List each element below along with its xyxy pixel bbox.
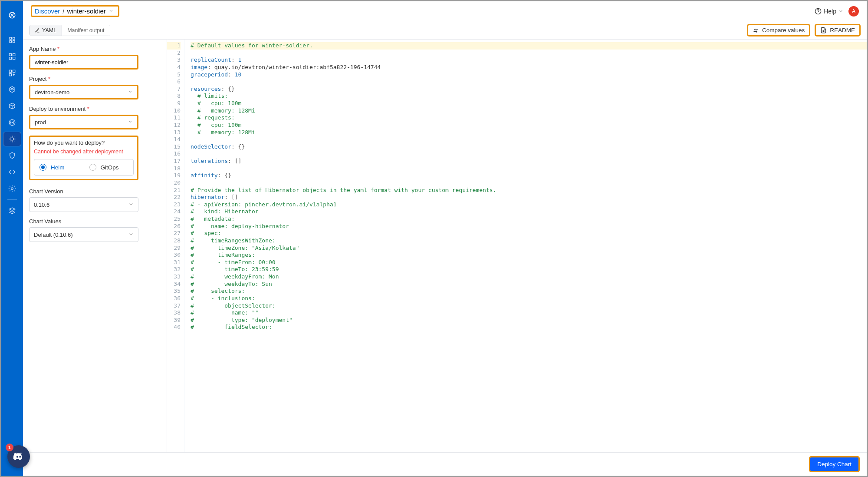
chart-version-select[interactable]: 0.10.6: [29, 197, 138, 212]
nav-plus-grid-icon[interactable]: [3, 66, 21, 80]
nav-settings-icon[interactable]: [3, 181, 21, 196]
nav-chart-store-icon[interactable]: [3, 132, 21, 146]
view-mode-tabs: YAML Manifest output: [29, 25, 110, 36]
app-name-label: App Name *: [29, 46, 159, 52]
help-menu[interactable]: Help: [815, 8, 843, 15]
deploy-method-group: How do you want to deploy? Cannot be cha…: [29, 136, 138, 180]
line-gutter: 1234567891011121314151617181920212223242…: [167, 40, 184, 452]
chart-values-select[interactable]: Default (0.10.6): [29, 227, 138, 242]
breadcrumb-root[interactable]: Discover: [35, 7, 60, 15]
svg-rect-4: [13, 41, 15, 43]
discord-widget[interactable]: 1: [7, 445, 30, 468]
project-label: Project *: [29, 76, 159, 82]
yaml-editor[interactable]: 1234567891011121314151617181920212223242…: [167, 40, 867, 452]
svg-rect-3: [10, 41, 12, 43]
readme-button[interactable]: README: [815, 24, 861, 36]
chart-values-label: Chart Values: [29, 218, 159, 225]
svg-rect-11: [9, 74, 11, 76]
svg-point-15: [11, 138, 13, 140]
document-icon: [820, 27, 827, 33]
chevron-down-icon: [128, 202, 134, 208]
svg-point-16: [11, 188, 13, 190]
tab-yaml[interactable]: YAML: [30, 25, 62, 36]
nav-apps-icon[interactable]: [3, 33, 21, 47]
form-panel: App Name * Project * devtron-demo Deploy…: [23, 40, 167, 452]
nav-cube-icon[interactable]: [3, 99, 21, 113]
chevron-down-icon[interactable]: [108, 7, 114, 15]
deploy-method-gitops[interactable]: GitOps: [84, 159, 134, 175]
svg-rect-10: [13, 70, 15, 72]
svg-rect-6: [13, 53, 15, 56]
nav-shield-icon[interactable]: [3, 148, 21, 163]
deploy-method-warning: Cannot be changed after deployment: [34, 149, 134, 155]
footer: Deploy Chart: [23, 452, 867, 476]
header: Discover / winter-soldier Help A: [23, 1, 867, 21]
sidebar: 1: [1, 1, 23, 476]
tab-manifest-output[interactable]: Manifest output: [62, 25, 109, 36]
svg-rect-5: [9, 53, 11, 56]
svg-rect-7: [9, 57, 11, 60]
compare-values-button[interactable]: Compare values: [747, 24, 810, 36]
environment-label: Deploy to environment *: [29, 106, 159, 112]
svg-rect-2: [13, 37, 15, 40]
discord-badge: 1: [6, 444, 13, 451]
toolbar: YAML Manifest output Compare values READ…: [23, 21, 867, 40]
svg-point-14: [12, 122, 13, 123]
project-select[interactable]: devtron-demo: [29, 85, 138, 99]
chevron-down-icon: [128, 232, 134, 238]
nav-code-icon[interactable]: [3, 165, 21, 179]
svg-point-13: [10, 121, 14, 124]
breadcrumb-current: winter-soldier: [67, 7, 106, 15]
code-body[interactable]: # Default values for winter-soldier. rep…: [184, 40, 867, 452]
deploy-method-label: How do you want to deploy?: [34, 139, 134, 146]
svg-rect-1: [10, 37, 12, 40]
nav-grid-icon[interactable]: [3, 49, 21, 64]
radio-icon: [89, 164, 96, 171]
nav-cluster-icon[interactable]: [3, 82, 21, 97]
chevron-down-icon: [128, 89, 133, 96]
nav-target-icon[interactable]: [3, 115, 21, 130]
chevron-down-icon: [128, 119, 133, 126]
svg-point-12: [9, 119, 15, 126]
content: App Name * Project * devtron-demo Deploy…: [23, 40, 867, 452]
main: Discover / winter-soldier Help A YAML: [23, 1, 867, 476]
breadcrumb[interactable]: Discover / winter-soldier: [31, 5, 119, 17]
chart-version-label: Chart Version: [29, 188, 159, 195]
app-name-input[interactable]: [29, 55, 138, 70]
avatar[interactable]: A: [848, 6, 859, 17]
nav-stack-icon[interactable]: [3, 203, 21, 218]
deploy-chart-button[interactable]: Deploy Chart: [809, 456, 860, 472]
deploy-method-helm[interactable]: Helm: [34, 159, 84, 175]
brand-logo[interactable]: [6, 9, 18, 21]
svg-rect-8: [13, 57, 15, 60]
environment-select[interactable]: prod: [29, 115, 138, 129]
svg-rect-9: [9, 70, 11, 72]
app-root: 1 Discover / winter-soldier Help A: [0, 0, 868, 477]
compare-icon: [753, 27, 759, 33]
sidebar-divider: [7, 199, 17, 200]
radio-icon: [39, 164, 46, 171]
